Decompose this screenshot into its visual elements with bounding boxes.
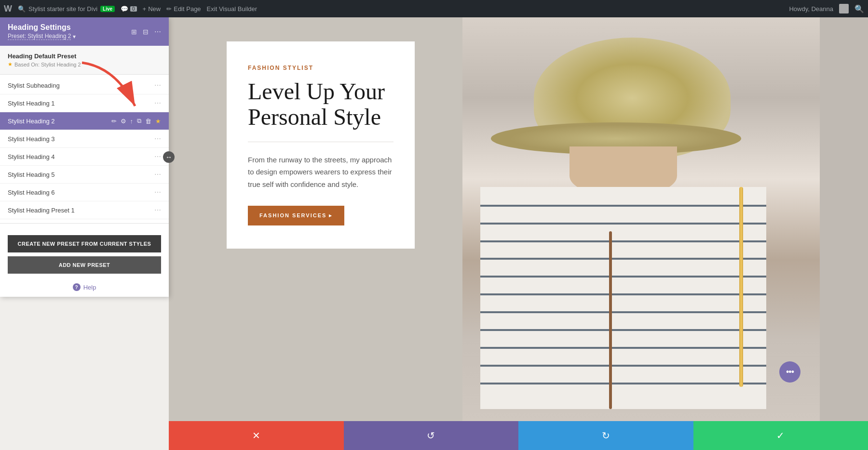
preset-list: Stylist Subheading ⋯ Stylist Heading 1 ⋯…: [0, 75, 169, 229]
hero-right-strip: [820, 17, 868, 421]
preset-item-heading2[interactable]: Stylist Heading 2 ✏ ⚙ ↑ ⧉ 🗑 ★: [0, 112, 169, 130]
resize-handle[interactable]: ↔: [163, 151, 175, 163]
create-preset-button[interactable]: CREATE NEW PRESET FROM CURRENT STYLES: [8, 235, 161, 252]
comment-icon: 💬: [121, 5, 128, 13]
edit-preset-icon[interactable]: ✏: [111, 118, 117, 125]
site-name: Stylist starter site for Divi: [28, 5, 97, 13]
stripe4: [480, 258, 766, 260]
preset-item-subheading[interactable]: Stylist Subheading ⋯: [0, 77, 169, 94]
purple-dots-button[interactable]: •••: [779, 361, 800, 383]
cancel-button[interactable]: ✕: [169, 421, 344, 450]
chevron-down-icon: ▾: [73, 33, 76, 40]
preset-item-label: Stylist Heading 3: [8, 135, 152, 143]
panel-subtitle-text: Preset: Stylist Heading 2: [8, 33, 71, 40]
bottom-bar: ✕ ↺ ↻ ✓: [169, 421, 868, 450]
based-on-label: Based On: Stylist Heading 2: [14, 62, 81, 67]
redo-button[interactable]: ↻: [518, 421, 693, 450]
preset-dots-icon[interactable]: ⋯: [154, 81, 161, 89]
stripe10: [480, 365, 766, 367]
star-icon: ★: [8, 61, 13, 67]
bag-strap: [609, 231, 612, 409]
stripe2: [480, 223, 766, 225]
preset-item-label: Stylist Heading 5: [8, 171, 152, 178]
search-icon[interactable]: 🔍: [854, 4, 864, 13]
edit-icon: ✏: [166, 5, 172, 13]
preset-dots-icon[interactable]: ⋯: [154, 153, 161, 160]
edit-page-button[interactable]: ✏ Edit Page: [166, 5, 201, 13]
top-bar: W 🔍 Stylist starter site for Divi Live 💬…: [0, 0, 868, 17]
hero-heading: Level Up Your Personal Style: [248, 79, 393, 130]
stripe3: [480, 240, 766, 242]
copy-preset-icon[interactable]: ⧉: [137, 117, 141, 125]
columns-icon[interactable]: ⊟: [143, 28, 149, 36]
help-section[interactable]: ? Help: [0, 279, 169, 297]
preset-item-label: Stylist Heading 4: [8, 153, 152, 160]
preset-item-label: Stylist Heading 1: [8, 100, 152, 107]
help-circle-icon: ?: [73, 283, 81, 291]
new-button[interactable]: + New: [143, 5, 161, 13]
undo-button[interactable]: ↺: [344, 421, 519, 450]
preset-item-actions: ✏ ⚙ ↑ ⧉ 🗑 ★: [111, 117, 162, 125]
edit-page-label: Edit Page: [174, 5, 201, 13]
preset-dots-icon[interactable]: ⋯: [154, 171, 161, 178]
preset-item-label: Stylist Heading 6: [8, 189, 152, 196]
preset-item-heading1[interactable]: Stylist Heading 1 ⋯: [0, 94, 169, 112]
preset-item-label: Stylist Subheading: [8, 82, 152, 89]
preset-item-label: Stylist Heading Preset 1: [8, 207, 152, 214]
fashion-label: FASHION STYLIST: [248, 65, 393, 71]
preset-item-label: Stylist Heading 2: [8, 118, 111, 125]
redo-icon: ↻: [602, 430, 610, 441]
live-badge: Live: [100, 6, 115, 12]
add-preset-button[interactable]: ADD NEW PRESET: [8, 256, 161, 274]
cancel-icon: ✕: [252, 430, 260, 441]
preset-item-heading6[interactable]: Stylist Heading 6 ⋯: [0, 184, 169, 201]
comment-item[interactable]: 💬 0: [121, 5, 137, 13]
preset-dots-icon[interactable]: ⋯: [154, 135, 161, 143]
comment-count: 0: [130, 6, 137, 12]
hero-heading-line2: Personal Style: [248, 104, 381, 130]
save-button[interactable]: ✓: [693, 421, 868, 450]
stripe7: [480, 311, 766, 313]
preset-dots-icon[interactable]: ⋯: [154, 206, 161, 214]
stripe8: [480, 329, 766, 331]
help-label: Help: [83, 284, 96, 291]
arrow-icon: ▸: [329, 212, 333, 218]
howdy-label: Howdy, Deanna: [789, 5, 833, 13]
preset-item-preset1[interactable]: Stylist Heading Preset 1 ⋯: [0, 201, 169, 219]
rack-bar: [739, 187, 743, 387]
preset-item-heading3[interactable]: Stylist Heading 3 ⋯: [0, 130, 169, 148]
star-preset-icon[interactable]: ★: [155, 118, 161, 125]
heading-settings-panel: Heading Settings Preset: Stylist Heading…: [0, 17, 169, 297]
preset-item-heading5[interactable]: Stylist Heading 5 ⋯: [0, 166, 169, 184]
preset-item-heading4[interactable]: Stylist Heading 4 ⋯: [0, 148, 169, 166]
panel-title: Heading Settings: [8, 23, 76, 32]
settings-preset-icon[interactable]: ⚙: [121, 118, 126, 125]
default-preset-based: ★ Based On: Stylist Heading 2: [8, 61, 161, 67]
avatar: [839, 4, 849, 13]
panel-header: Heading Settings Preset: Stylist Heading…: [0, 17, 169, 46]
panel-subtitle[interactable]: Preset: Stylist Heading 2 ▾: [8, 33, 76, 40]
hero-card: FASHION STYLIST Level Up Your Personal S…: [227, 41, 415, 249]
fashion-services-label: FASHION SERVICES: [259, 212, 326, 218]
new-label: New: [148, 5, 161, 13]
preset-dots-icon[interactable]: ⋯: [154, 188, 161, 196]
undo-icon: ↺: [427, 430, 435, 441]
dots-icon: •••: [786, 367, 794, 377]
stripe1: [480, 205, 766, 207]
delete-preset-icon[interactable]: 🗑: [145, 118, 151, 125]
wp-logo-icon[interactable]: W: [4, 4, 12, 14]
save-icon: ✓: [776, 430, 785, 441]
top-bar-left: W 🔍 Stylist starter site for Divi Live 💬…: [4, 4, 257, 14]
site-info: 🔍 Stylist starter site for Divi Live: [18, 5, 115, 13]
fashion-services-button[interactable]: FASHION SERVICES ▸: [248, 206, 344, 225]
stripe5: [480, 276, 766, 278]
resize-icon: ↔: [165, 153, 172, 161]
exit-label: Exit Visual Builder: [207, 5, 258, 13]
grid-icon[interactable]: ⊞: [131, 28, 137, 36]
site-icon: 🔍: [18, 5, 26, 13]
exit-vb-button[interactable]: Exit Visual Builder: [207, 5, 258, 13]
default-preset-section: Heading Default Preset ★ Based On: Styli…: [0, 46, 169, 75]
more-icon[interactable]: ⋯: [154, 28, 161, 36]
preset-dots-icon[interactable]: ⋯: [154, 99, 161, 107]
upload-preset-icon[interactable]: ↑: [130, 118, 134, 125]
